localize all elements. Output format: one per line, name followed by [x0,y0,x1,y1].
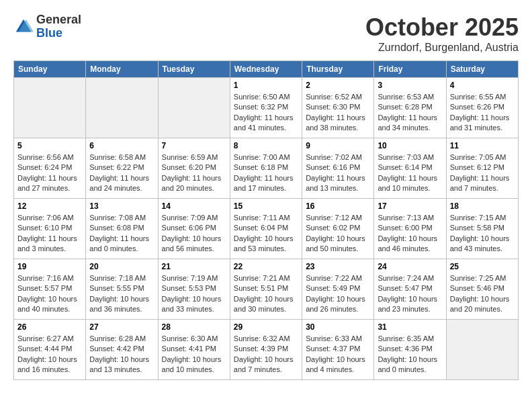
day-number: 25 [450,262,515,271]
calendar-cell: 8Sunrise: 7:00 AMSunset: 6:18 PMDaylight… [230,138,302,199]
calendar-cell: 15Sunrise: 7:11 AMSunset: 6:04 PMDayligh… [230,199,302,259]
calendar-cell: 7Sunrise: 6:59 AMSunset: 6:20 PMDaylight… [158,138,230,199]
weekday-header: Sunday [14,61,86,78]
weekday-header: Monday [86,61,158,78]
week-row: 1Sunrise: 6:50 AMSunset: 6:32 PMDaylight… [14,78,519,138]
day-info: Sunrise: 7:25 AMSunset: 5:46 PMDaylight:… [450,273,515,315]
day-info: Sunrise: 6:28 AMSunset: 4:42 PMDaylight:… [89,334,154,375]
day-info: Sunrise: 6:32 AMSunset: 4:39 PMDaylight:… [234,334,298,375]
day-info: Sunrise: 7:16 AMSunset: 5:57 PMDaylight:… [17,273,82,315]
calendar-cell [14,78,86,138]
day-number: 3 [378,81,442,90]
day-number: 29 [234,322,298,332]
day-info: Sunrise: 7:15 AMSunset: 5:58 PMDaylight:… [450,213,515,255]
weekday-header-row: SundayMondayTuesdayWednesdayThursdayFrid… [14,61,519,78]
day-info: Sunrise: 6:55 AMSunset: 6:26 PMDaylight:… [450,92,515,134]
calendar-cell: 30Sunrise: 6:33 AMSunset: 4:37 PMDayligh… [302,320,374,380]
week-row: 12Sunrise: 7:06 AMSunset: 6:10 PMDayligh… [14,199,519,259]
calendar-cell: 17Sunrise: 7:13 AMSunset: 6:00 PMDayligh… [374,199,446,259]
day-number: 12 [17,201,82,211]
day-info: Sunrise: 6:56 AMSunset: 6:24 PMDaylight:… [17,152,82,194]
day-info: Sunrise: 6:53 AMSunset: 6:28 PMDaylight:… [378,92,442,134]
logo-icon [13,17,34,37]
day-info: Sunrise: 6:59 AMSunset: 6:20 PMDaylight:… [162,152,226,194]
day-info: Sunrise: 7:09 AMSunset: 6:06 PMDaylight:… [162,213,226,255]
weekday-header: Wednesday [230,61,302,78]
logo-general-text: General [36,13,81,27]
week-row: 19Sunrise: 7:16 AMSunset: 5:57 PMDayligh… [14,259,519,320]
calendar-cell: 5Sunrise: 6:56 AMSunset: 6:24 PMDaylight… [14,138,86,199]
weekday-header: Thursday [302,61,374,78]
day-info: Sunrise: 6:27 AMSunset: 4:44 PMDaylight:… [17,334,82,375]
calendar-cell: 6Sunrise: 6:58 AMSunset: 6:22 PMDaylight… [86,138,158,199]
day-number: 2 [306,81,370,90]
day-number: 26 [17,322,82,332]
day-number: 20 [89,262,154,271]
calendar-table: SundayMondayTuesdayWednesdayThursdayFrid… [13,60,519,380]
day-number: 22 [234,262,298,271]
calendar-cell: 18Sunrise: 7:15 AMSunset: 5:58 PMDayligh… [446,199,518,259]
calendar-cell: 25Sunrise: 7:25 AMSunset: 5:46 PMDayligh… [446,259,518,320]
day-number: 13 [89,201,154,211]
day-number: 11 [450,141,515,150]
calendar-cell: 2Sunrise: 6:52 AMSunset: 6:30 PMDaylight… [302,78,374,138]
day-info: Sunrise: 7:02 AMSunset: 6:16 PMDaylight:… [306,152,370,194]
calendar-cell: 3Sunrise: 6:53 AMSunset: 6:28 PMDaylight… [374,78,446,138]
day-number: 10 [378,141,442,150]
calendar-cell [86,78,158,138]
day-number: 18 [450,201,515,211]
day-number: 24 [378,262,442,271]
day-number: 5 [17,141,82,150]
day-info: Sunrise: 7:08 AMSunset: 6:08 PMDaylight:… [89,213,154,255]
calendar-cell [158,78,230,138]
day-info: Sunrise: 7:21 AMSunset: 5:51 PMDaylight:… [234,273,298,315]
calendar-cell: 29Sunrise: 6:32 AMSunset: 4:39 PMDayligh… [230,320,302,380]
day-info: Sunrise: 7:03 AMSunset: 6:14 PMDaylight:… [378,152,442,194]
calendar-cell: 23Sunrise: 7:22 AMSunset: 5:49 PMDayligh… [302,259,374,320]
day-number: 16 [306,201,370,211]
calendar-cell: 10Sunrise: 7:03 AMSunset: 6:14 PMDayligh… [374,138,446,199]
calendar-cell: 22Sunrise: 7:21 AMSunset: 5:51 PMDayligh… [230,259,302,320]
calendar-cell: 9Sunrise: 7:02 AMSunset: 6:16 PMDaylight… [302,138,374,199]
calendar-cell: 13Sunrise: 7:08 AMSunset: 6:08 PMDayligh… [86,199,158,259]
day-info: Sunrise: 7:11 AMSunset: 6:04 PMDaylight:… [234,213,298,255]
title-block: October 2025 Zurndorf, Burgenland, Austr… [365,13,519,54]
day-number: 8 [234,141,298,150]
calendar-cell: 12Sunrise: 7:06 AMSunset: 6:10 PMDayligh… [14,199,86,259]
day-number: 30 [306,322,370,332]
day-number: 14 [162,201,226,211]
day-info: Sunrise: 7:18 AMSunset: 5:55 PMDaylight:… [89,273,154,315]
calendar-cell: 19Sunrise: 7:16 AMSunset: 5:57 PMDayligh… [14,259,86,320]
day-info: Sunrise: 7:24 AMSunset: 5:47 PMDaylight:… [378,273,442,315]
day-number: 28 [162,322,226,332]
location: Zurndorf, Burgenland, Austria [365,42,519,54]
day-info: Sunrise: 6:52 AMSunset: 6:30 PMDaylight:… [306,92,370,134]
day-info: Sunrise: 7:06 AMSunset: 6:10 PMDaylight:… [17,213,82,255]
day-info: Sunrise: 6:35 AMSunset: 4:36 PMDaylight:… [378,334,442,375]
weekday-header: Friday [374,61,446,78]
month-title: October 2025 [365,13,519,42]
calendar-cell [446,320,518,380]
calendar-cell: 14Sunrise: 7:09 AMSunset: 6:06 PMDayligh… [158,199,230,259]
calendar-cell: 11Sunrise: 7:05 AMSunset: 6:12 PMDayligh… [446,138,518,199]
day-number: 7 [162,141,226,150]
day-number: 27 [89,322,154,332]
calendar-cell: 1Sunrise: 6:50 AMSunset: 6:32 PMDaylight… [230,78,302,138]
calendar-cell: 4Sunrise: 6:55 AMSunset: 6:26 PMDaylight… [446,78,518,138]
week-row: 26Sunrise: 6:27 AMSunset: 4:44 PMDayligh… [14,320,519,380]
calendar-cell: 27Sunrise: 6:28 AMSunset: 4:42 PMDayligh… [86,320,158,380]
weekday-header: Saturday [446,61,518,78]
day-info: Sunrise: 6:33 AMSunset: 4:37 PMDaylight:… [306,334,370,375]
calendar-cell: 31Sunrise: 6:35 AMSunset: 4:36 PMDayligh… [374,320,446,380]
day-info: Sunrise: 7:22 AMSunset: 5:49 PMDaylight:… [306,273,370,315]
calendar-cell: 24Sunrise: 7:24 AMSunset: 5:47 PMDayligh… [374,259,446,320]
day-info: Sunrise: 6:58 AMSunset: 6:22 PMDaylight:… [89,152,154,194]
calendar-cell: 21Sunrise: 7:19 AMSunset: 5:53 PMDayligh… [158,259,230,320]
week-row: 5Sunrise: 6:56 AMSunset: 6:24 PMDaylight… [14,138,519,199]
calendar-cell: 16Sunrise: 7:12 AMSunset: 6:02 PMDayligh… [302,199,374,259]
calendar-header: General Blue October 2025 Zurndorf, Burg… [13,13,519,54]
day-info: Sunrise: 7:19 AMSunset: 5:53 PMDaylight:… [162,273,226,315]
day-number: 15 [234,201,298,211]
day-number: 1 [234,81,298,90]
day-number: 31 [378,322,442,332]
